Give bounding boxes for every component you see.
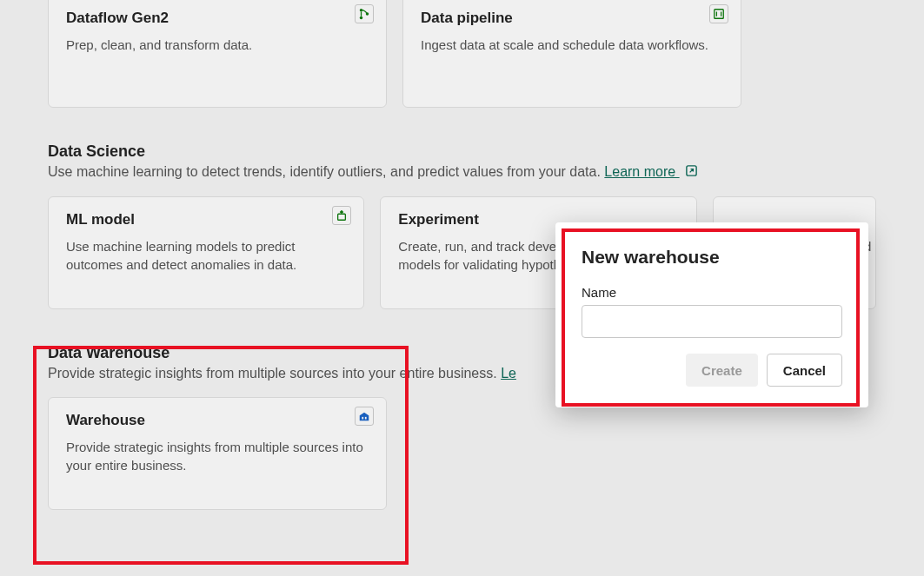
- svg-rect-7: [365, 417, 367, 420]
- name-label: Name: [582, 285, 842, 300]
- card-desc: Prep, clean, and transform data.: [66, 36, 369, 54]
- card-data-pipeline[interactable]: Data pipeline Ingest data at scale and s…: [402, 0, 741, 108]
- card-title: Dataflow Gen2: [66, 10, 369, 27]
- section-title-data-science: Data Science: [48, 142, 876, 161]
- card-warehouse[interactable]: Warehouse Provide strategic insights fro…: [48, 397, 387, 510]
- svg-point-1: [360, 17, 363, 20]
- name-input[interactable]: [582, 305, 842, 338]
- external-link-icon: [685, 164, 698, 181]
- svg-rect-5: [338, 215, 346, 221]
- card-desc: Use machine learning models to predict o…: [66, 237, 346, 274]
- svg-rect-6: [362, 417, 363, 420]
- section-desc-data-science: Use machine learning to detect trends, i…: [48, 164, 876, 181]
- card-title: Warehouse: [66, 412, 369, 429]
- svg-rect-3: [715, 10, 724, 19]
- create-button[interactable]: Create: [686, 354, 758, 387]
- pipeline-icon: [709, 4, 728, 23]
- card-desc: Ingest data at scale and schedule data w…: [421, 36, 723, 54]
- warehouse-icon: [355, 407, 374, 426]
- card-dataflow-gen2[interactable]: Dataflow Gen2 Prep, clean, and transform…: [48, 0, 387, 108]
- card-desc: Provide strategic insights from multiple…: [66, 438, 369, 474]
- card-title: ML model: [66, 211, 346, 228]
- new-warehouse-dialog: New warehouse Name Create Cancel: [555, 222, 868, 407]
- cancel-button[interactable]: Cancel: [767, 354, 842, 387]
- ml-model-icon: [332, 206, 351, 225]
- learn-more-link[interactable]: Le: [501, 366, 516, 381]
- section-desc-text: Use machine learning to detect trends, i…: [48, 164, 604, 179]
- dialog-title: New warehouse: [582, 247, 842, 268]
- learn-more-link[interactable]: Learn more: [604, 164, 679, 179]
- section-desc-text: Provide strategic insights from multiple…: [48, 366, 501, 381]
- card-title: Data pipeline: [421, 10, 723, 27]
- dataflow-icon: [355, 4, 374, 23]
- card-ml-model[interactable]: ML model Use machine learning models to …: [48, 196, 364, 309]
